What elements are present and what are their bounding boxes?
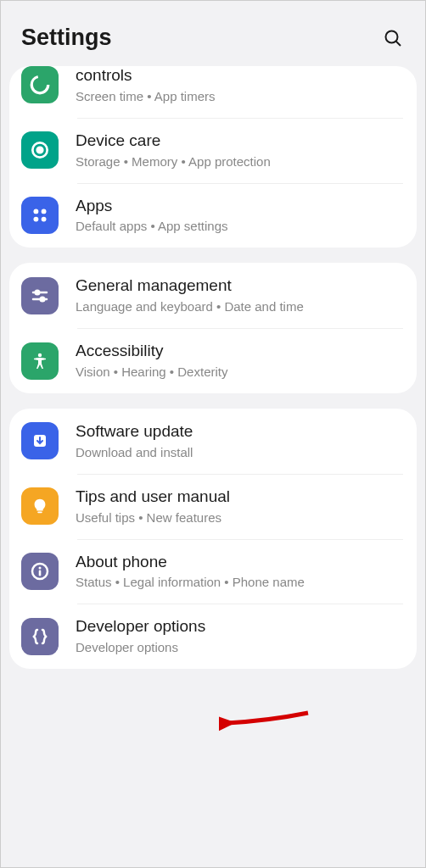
apps-icon bbox=[21, 197, 59, 234]
settings-item-title: Apps bbox=[76, 197, 405, 216]
settings-item-device-care[interactable]: Device care Storage • Memory • App prote… bbox=[9, 118, 417, 183]
settings-item-subtitle: Useful tips • New features bbox=[76, 510, 405, 526]
svg-rect-18 bbox=[39, 570, 42, 576]
settings-item-developer-options[interactable]: Developer options Developer options bbox=[9, 604, 417, 669]
page-title: Settings bbox=[21, 25, 112, 51]
svg-point-10 bbox=[36, 290, 40, 294]
device-care-icon bbox=[21, 131, 59, 169]
svg-point-17 bbox=[39, 566, 42, 569]
svg-point-12 bbox=[41, 297, 45, 301]
settings-item-general-management[interactable]: General management Language and keyboard… bbox=[9, 263, 417, 328]
braces-icon bbox=[21, 618, 59, 655]
settings-group: General management Language and keyboard… bbox=[9, 263, 417, 393]
settings-item-subtitle: Status • Legal information • Phone name bbox=[76, 575, 405, 590]
settings-item-title: Software update bbox=[76, 422, 405, 442]
settings-item-subtitle: Language and keyboard • Date and time bbox=[76, 299, 405, 314]
svg-point-4 bbox=[37, 147, 43, 153]
settings-item-text: Software update Download and install bbox=[76, 422, 405, 460]
settings-item-title: General management bbox=[76, 276, 405, 296]
settings-group: Software update Download and install Tip… bbox=[9, 409, 417, 669]
settings-item-title: Tips and user manual bbox=[76, 487, 405, 507]
settings-item-title: Device care bbox=[76, 131, 405, 151]
settings-item-title: About phone bbox=[76, 553, 405, 572]
accessibility-icon bbox=[21, 342, 59, 380]
wellbeing-icon bbox=[21, 66, 59, 103]
info-icon bbox=[21, 553, 59, 590]
settings-item-text: About phone Status • Legal information •… bbox=[76, 553, 405, 591]
svg-point-8 bbox=[42, 217, 47, 222]
download-icon bbox=[21, 422, 59, 459]
settings-item-software-update[interactable]: Software update Download and install bbox=[9, 409, 417, 474]
settings-item-subtitle: Storage • Memory • App protection bbox=[76, 154, 405, 170]
settings-group: controls Screen time • App timers Device… bbox=[9, 66, 417, 248]
svg-point-5 bbox=[33, 209, 38, 214]
settings-item-title: Developer options bbox=[76, 617, 405, 637]
settings-item-accessibility[interactable]: Accessibility Vision • Hearing • Dexteri… bbox=[9, 328, 417, 393]
settings-item-subtitle: Default apps • App settings bbox=[76, 219, 405, 234]
settings-item-title: controls bbox=[76, 66, 405, 86]
lightbulb-icon bbox=[21, 487, 59, 525]
settings-item-apps[interactable]: Apps Default apps • App settings bbox=[9, 183, 417, 248]
svg-point-2 bbox=[31, 77, 48, 94]
settings-item-text: Tips and user manual Useful tips • New f… bbox=[76, 487, 405, 526]
settings-item-text: controls Screen time • App timers bbox=[76, 66, 405, 104]
settings-item-text: Apps Default apps • App settings bbox=[76, 197, 405, 235]
sliders-icon bbox=[21, 277, 59, 314]
svg-line-1 bbox=[396, 41, 401, 46]
settings-item-subtitle: Download and install bbox=[76, 445, 405, 460]
settings-item-text: Device care Storage • Memory • App prote… bbox=[76, 131, 405, 170]
svg-rect-15 bbox=[37, 512, 42, 514]
settings-item-tips[interactable]: Tips and user manual Useful tips • New f… bbox=[9, 474, 417, 539]
settings-item-text: Accessibility Vision • Hearing • Dexteri… bbox=[76, 342, 405, 380]
settings-item-title: Accessibility bbox=[76, 342, 405, 361]
annotation-arrow bbox=[219, 708, 312, 733]
svg-point-7 bbox=[33, 217, 38, 222]
svg-point-13 bbox=[38, 353, 42, 356]
svg-point-0 bbox=[386, 31, 398, 42]
search-icon bbox=[383, 28, 403, 48]
settings-item-text: Developer options Developer options bbox=[76, 617, 405, 655]
settings-header: Settings bbox=[1, 1, 425, 66]
settings-item-text: General management Language and keyboard… bbox=[76, 276, 405, 314]
search-button[interactable] bbox=[381, 26, 405, 50]
settings-item-controls[interactable]: controls Screen time • App timers bbox=[9, 66, 417, 118]
svg-point-6 bbox=[42, 209, 47, 214]
settings-item-about-phone[interactable]: About phone Status • Legal information •… bbox=[9, 539, 417, 604]
settings-item-subtitle: Screen time • App timers bbox=[76, 89, 405, 104]
settings-item-subtitle: Vision • Hearing • Dexterity bbox=[76, 364, 405, 380]
settings-item-subtitle: Developer options bbox=[76, 640, 405, 655]
